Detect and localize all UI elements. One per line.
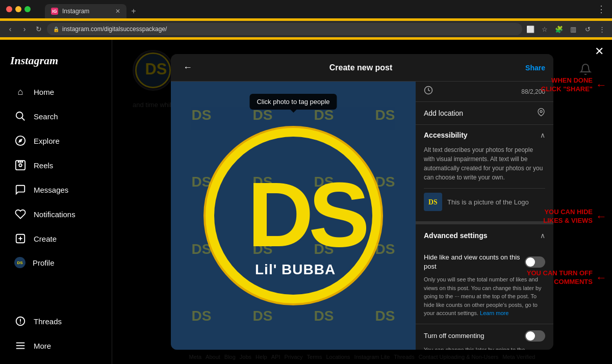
sidebar-label-create: Create — [34, 235, 57, 243]
alt-text-value: This is a picture of the Logo — [447, 198, 545, 206]
sidebar-toggle-icon[interactable]: ▥ — [567, 23, 579, 35]
sidebar-label-explore: Explore — [34, 137, 60, 145]
refresh-icon[interactable]: ↺ — [581, 23, 594, 35]
sidebar-item-profile[interactable]: DS Profile — [4, 252, 108, 273]
accessibility-section: Accessibility ∧ Alt text describes your … — [416, 125, 553, 221]
sidebar-item-create[interactable]: Create — [4, 227, 108, 250]
hide-likes-toggle-thumb — [526, 257, 535, 267]
advanced-settings-title: Advanced settings — [424, 231, 487, 240]
modal-back-button[interactable]: ← — [179, 60, 196, 75]
menu-icon[interactable]: ⋮ — [596, 23, 608, 35]
threads-icon — [14, 315, 27, 327]
close-button[interactable] — [6, 6, 12, 12]
sidebar-label-profile: Profile — [33, 258, 55, 267]
commenting-label: Turn off commenting — [424, 332, 484, 340]
maximize-button[interactable] — [24, 6, 31, 12]
modal-overlay[interactable]: ✕ WHEN DONE CLICK "SHARE" ← YOU CAN HIDE… — [112, 40, 612, 364]
main-content: DS digitalsuccesspackage Edit profile Vi… — [112, 40, 612, 364]
reload-button[interactable]: ↻ — [33, 23, 45, 35]
location-icon — [537, 108, 545, 118]
add-location-row[interactable]: Add location — [416, 102, 553, 125]
sidebar-label-more: More — [34, 342, 51, 350]
sidebar-label-messages: Messages — [34, 186, 68, 194]
alt-text-thumbnail: DS — [424, 193, 442, 211]
active-tab[interactable]: IG Instagram ✕ — [45, 4, 126, 18]
sidebar-item-threads[interactable]: Threads — [4, 310, 108, 332]
create-post-modal: ← Create new post Share DS DS DS DS — [171, 54, 553, 350]
bg-tile-1: DS — [171, 82, 232, 149]
sidebar-label-reels: Reels — [34, 161, 53, 170]
sidebar-label-threads: Threads — [34, 317, 62, 326]
reels-icon — [14, 159, 27, 171]
window-controls — [6, 6, 31, 12]
sidebar-item-more[interactable]: More — [4, 334, 108, 357]
tag-tooltip: Click photo to tag people — [249, 94, 337, 110]
bookmark-icon[interactable]: ☆ — [539, 23, 551, 35]
bg-tile-11: DS — [293, 216, 354, 283]
accessibility-header[interactable]: Accessibility ∧ — [416, 125, 553, 145]
lock-icon: 🔒 — [53, 27, 59, 32]
modal-close-icon[interactable]: ✕ — [595, 45, 604, 58]
create-icon — [14, 232, 27, 245]
char-count-row: 88/2,200 — [416, 82, 553, 102]
commenting-toggle[interactable] — [525, 330, 545, 342]
sidebar: Instagram ⌂ Home Search Explore Reels — [0, 40, 112, 364]
forward-button[interactable]: › — [18, 23, 31, 35]
minimize-button[interactable] — [15, 6, 21, 12]
modal-header: ← Create new post Share — [171, 54, 553, 82]
new-tab-button[interactable]: + — [126, 4, 141, 18]
messages-icon — [14, 184, 27, 196]
bg-tile-15: DS — [293, 283, 354, 350]
learn-more-link[interactable]: Learn more — [480, 310, 508, 316]
image-panel[interactable]: DS DS DS DS DS DS DS DS DS DS DS DS — [171, 82, 416, 350]
hide-likes-header: Hide like and view counts on this post — [424, 253, 545, 271]
svg-point-6 — [18, 162, 19, 163]
bg-tile-2: DS — [232, 82, 293, 149]
sidebar-item-messages[interactable]: Messages — [4, 178, 108, 201]
annotation-share-arrow: ← — [596, 79, 607, 92]
svg-marker-3 — [18, 139, 22, 143]
annotation-comments: YOU CAN TURN OFF COMMENTS ← — [527, 269, 607, 287]
bg-tile-16: DS — [354, 283, 416, 350]
bg-tile-4: DS — [354, 82, 416, 149]
back-button[interactable]: ‹ — [4, 23, 16, 35]
sidebar-item-explore[interactable]: Explore — [4, 129, 108, 152]
sidebar-item-reels[interactable]: Reels — [4, 154, 108, 176]
home-icon: ⌂ — [14, 86, 27, 98]
sidebar-label-search: Search — [34, 112, 58, 121]
right-panel: 88/2,200 Add location Access — [416, 82, 553, 350]
svg-line-1 — [22, 118, 25, 121]
modal-share-button[interactable]: Share — [525, 64, 545, 72]
modal-body: DS DS DS DS DS DS DS DS DS DS DS DS — [171, 82, 553, 350]
accessibility-content: Alt text describes your photos for peopl… — [416, 145, 553, 221]
annotation-share: WHEN DONE CLICK "SHARE" ← — [541, 76, 607, 94]
bg-tile-10: DS — [232, 216, 293, 283]
instagram-logo: Instagram — [0, 46, 112, 80]
sidebar-item-home[interactable]: ⌂ Home — [4, 81, 108, 103]
sidebar-label-home: Home — [34, 88, 54, 96]
sidebar-item-search[interactable]: Search — [4, 105, 108, 127]
add-location-label: Add location — [424, 109, 463, 117]
more-icon — [14, 340, 27, 352]
clock-icon — [424, 86, 433, 97]
svg-point-0 — [16, 112, 23, 119]
sidebar-label-notifications: Notifications — [34, 210, 75, 219]
cast-icon[interactable]: ⬜ — [524, 23, 537, 35]
extensions-icon[interactable]: 🧩 — [553, 23, 565, 35]
tab-close-icon[interactable]: ✕ — [115, 8, 120, 15]
svg-point-5 — [19, 164, 22, 167]
svg-text:DS: DS — [428, 198, 438, 206]
profile-avatar: DS — [14, 257, 26, 268]
hide-likes-toggle[interactable] — [525, 256, 545, 268]
advanced-settings-header[interactable]: Advanced settings ∧ — [416, 224, 553, 247]
commenting-toggle-thumb — [526, 331, 535, 341]
bg-tile-13: DS — [171, 283, 232, 350]
address-bar[interactable]: 🔒 instagram.com/digitalsuccesspackage/ — [47, 23, 522, 35]
modal-title: Create new post — [196, 63, 525, 72]
annotation-likes-arrow: ← — [596, 210, 607, 223]
sidebar-item-notifications[interactable]: Notifications — [4, 203, 108, 225]
bg-tile-5: DS — [171, 149, 232, 216]
notifications-icon — [14, 208, 27, 220]
explore-icon — [14, 135, 27, 147]
accessibility-chevron-icon: ∧ — [540, 131, 545, 139]
